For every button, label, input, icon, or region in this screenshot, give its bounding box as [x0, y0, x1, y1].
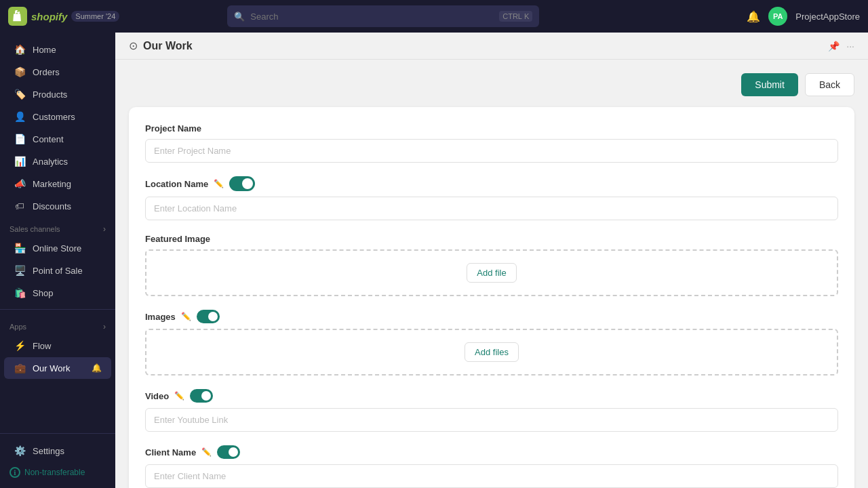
- client-name-group: Client Name ✏️: [145, 445, 838, 488]
- sidebar: 🏠 Home 📦 Orders 🏷️ Products 👤 Customers …: [0, 33, 115, 488]
- logo[interactable]: shopify Summer '24: [8, 7, 119, 26]
- images-group: Images ✏️ Add files: [145, 310, 838, 375]
- project-name-group: Project Name: [145, 123, 838, 163]
- search-input[interactable]: [250, 12, 494, 22]
- images-toggle[interactable]: [197, 310, 220, 323]
- sidebar-bottom: ⚙️ Settings ℹ Non-transferable: [0, 433, 115, 488]
- pos-icon: 🖥️: [14, 264, 26, 277]
- form-card: Project Name Location Name ✏️ Featured I…: [129, 107, 854, 488]
- page-title: Our Work: [143, 40, 193, 52]
- sidebar-item-home[interactable]: 🏠 Home: [4, 39, 111, 60]
- client-name-input[interactable]: [145, 464, 838, 488]
- apps-section: Apps ›: [0, 315, 115, 334]
- video-edit-icon[interactable]: ✏️: [174, 391, 184, 401]
- home-icon: 🏠: [14, 43, 26, 56]
- location-name-toggle[interactable]: [229, 176, 255, 191]
- location-name-group: Location Name ✏️: [145, 176, 838, 220]
- sidebar-label-shop: Shop: [33, 288, 53, 298]
- location-name-input[interactable]: [145, 197, 838, 220]
- project-name-input[interactable]: [145, 139, 838, 163]
- sidebar-item-marketing[interactable]: 📣 Marketing: [4, 173, 111, 195]
- notification-bell-icon[interactable]: 🔔: [747, 10, 760, 23]
- orders-icon: 📦: [14, 66, 26, 78]
- sidebar-label-pos: Point of Sale: [33, 266, 83, 276]
- divider: [0, 309, 115, 310]
- analytics-icon: 📊: [14, 155, 26, 167]
- sidebar-label-analytics: Analytics: [33, 157, 68, 167]
- topbar-right: 🔔 PA ProjectAppStore: [747, 7, 860, 26]
- pin-icon[interactable]: 📌: [828, 41, 840, 52]
- sidebar-item-online-store[interactable]: 🏪 Online Store: [4, 237, 111, 259]
- marketing-icon: 📣: [14, 178, 26, 190]
- sidebar-label-orders: Orders: [33, 67, 60, 77]
- sidebar-label-home: Home: [33, 45, 56, 55]
- more-options-icon[interactable]: ···: [846, 41, 854, 52]
- sales-channels-label: Sales channels: [9, 225, 60, 233]
- video-input[interactable]: [145, 408, 838, 432]
- sidebar-item-pos[interactable]: 🖥️ Point of Sale: [4, 260, 111, 281]
- images-edit-icon[interactable]: ✏️: [181, 312, 191, 321]
- flow-icon: ⚡: [14, 340, 26, 352]
- content-icon: 📄: [14, 133, 26, 145]
- sidebar-item-shop[interactable]: 🛍️ Shop: [4, 282, 111, 304]
- settings-label: Settings: [33, 446, 64, 456]
- settings-icon: ⚙️: [14, 445, 26, 457]
- shop-icon: 🛍️: [14, 287, 26, 299]
- submit-button[interactable]: Submit: [741, 73, 798, 96]
- featured-image-label: Featured Image: [145, 234, 838, 244]
- sidebar-item-settings[interactable]: ⚙️ Settings: [4, 440, 111, 462]
- images-upload[interactable]: Add files: [145, 329, 838, 375]
- store-name: ProjectAppStore: [795, 12, 860, 22]
- sidebar-label-products: Products: [33, 89, 67, 100]
- sales-channels-chevron-icon[interactable]: ›: [103, 224, 106, 234]
- add-file-button[interactable]: Add file: [467, 263, 516, 283]
- sidebar-label-discounts: Discounts: [33, 201, 71, 211]
- action-bar: Submit Back: [129, 73, 854, 96]
- sidebar-label-our-work: Our Work: [33, 363, 70, 373]
- sidebar-label-marketing: Marketing: [33, 179, 71, 189]
- avatar: PA: [768, 7, 787, 26]
- products-icon: 🏷️: [14, 88, 26, 100]
- client-name-edit-icon[interactable]: ✏️: [201, 447, 212, 457]
- apps-label: Apps: [9, 323, 26, 331]
- non-transferable-label: Non-transferable: [24, 468, 85, 477]
- add-files-button[interactable]: Add files: [465, 342, 519, 362]
- topbar: shopify Summer '24 🔍 CTRL K 🔔 PA Project…: [0, 0, 868, 33]
- main-content: ⊙ Our Work 📌 ··· Submit Back Project Nam…: [115, 33, 868, 488]
- page-header-left: ⊙ Our Work: [129, 39, 193, 52]
- page-header-icon: ⊙: [129, 39, 138, 52]
- page-header-right: 📌 ···: [828, 41, 854, 52]
- sidebar-label-flow: Flow: [33, 341, 51, 351]
- client-name-label: Client Name ✏️: [145, 445, 838, 459]
- sidebar-item-products[interactable]: 🏷️ Products: [4, 83, 111, 105]
- sidebar-item-customers[interactable]: 👤 Customers: [4, 106, 111, 127]
- form-content: Submit Back Project Name Location Name ✏…: [115, 60, 868, 488]
- back-button[interactable]: Back: [805, 73, 854, 96]
- sidebar-item-analytics[interactable]: 📊 Analytics: [4, 150, 111, 172]
- our-work-icon: 💼: [14, 362, 26, 374]
- sidebar-label-customers: Customers: [33, 112, 75, 122]
- sidebar-item-orders[interactable]: 📦 Orders: [4, 61, 111, 83]
- sidebar-item-content[interactable]: 📄 Content: [4, 128, 111, 150]
- sidebar-item-discounts[interactable]: 🏷 Discounts: [4, 195, 111, 217]
- non-transferable-item[interactable]: ℹ Non-transferable: [0, 462, 115, 483]
- sidebar-item-our-work[interactable]: 💼 Our Work 🔔: [4, 357, 111, 379]
- customers-icon: 👤: [14, 110, 26, 123]
- summer-badge: Summer '24: [71, 11, 119, 22]
- sidebar-label-content: Content: [33, 134, 64, 144]
- our-work-bell-icon[interactable]: 🔔: [92, 363, 102, 373]
- sales-channels-section: Sales channels ›: [0, 218, 115, 237]
- location-name-edit-icon[interactable]: ✏️: [214, 179, 224, 188]
- apps-chevron-icon[interactable]: ›: [103, 322, 106, 331]
- shortcut-badge: CTRL K: [499, 11, 532, 22]
- sidebar-item-flow[interactable]: ⚡ Flow: [4, 335, 111, 357]
- logo-text: shopify: [31, 11, 67, 22]
- location-name-label: Location Name ✏️: [145, 176, 838, 191]
- client-name-toggle[interactable]: [217, 445, 240, 459]
- shopify-icon: [8, 7, 27, 26]
- search-bar[interactable]: 🔍 CTRL K: [227, 5, 539, 27]
- non-transferable-icon: ℹ: [9, 467, 20, 478]
- online-store-icon: 🏪: [14, 242, 26, 254]
- featured-image-upload[interactable]: Add file: [145, 249, 838, 296]
- video-toggle[interactable]: [190, 389, 213, 403]
